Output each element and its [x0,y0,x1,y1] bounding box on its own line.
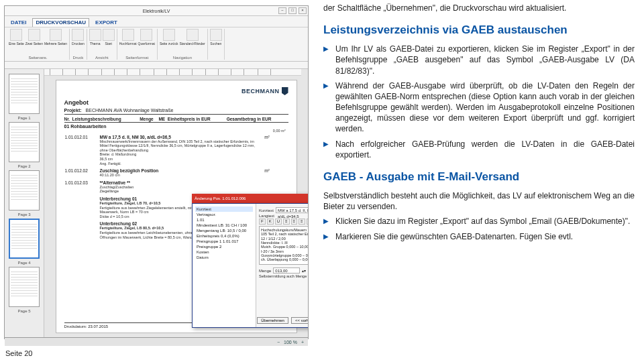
pos-unit: m² [264,167,270,179]
bullet-item: Während der GAEB-Ausgabe wird überprüft,… [323,80,635,135]
th-menge: Menge [140,116,158,123]
bold-button[interactable]: F [259,219,266,225]
thumbnail-column: Page 1 Page 2 Page 3 Page 4 Page 5 [5,69,44,337]
section-amount: 0,00 m² [64,129,288,133]
stepper-icon[interactable]: ▴▾ [302,268,306,273]
sidebar-item[interactable]: Mengentang LB: 10,5 / 0,00 [195,228,253,233]
kurztext-field[interactable]: MW a 17,5 d. II, NM 30, a/dL d=34,5 [276,207,308,213]
ribbon-group-ansicht: Thema Start Ansicht [87,29,117,60]
thumbnail-label: Page 2 [6,164,42,168]
icon-landscape[interactable]: Querformat [138,29,155,46]
brand-logo: BECHMANN [241,87,288,95]
pos-sub: Ziegellänge [100,189,262,194]
dialog-buttons: Übernehmen << vorh. Abbrechen [257,317,308,324]
thumbnail-label: Page 5 [6,309,42,313]
icon-multi-page[interactable]: Mehrere Seiten [44,29,67,46]
pos-m1: Breite: d. Maßordnung [100,152,262,157]
sidebar-item[interactable]: Kosten [195,249,253,255]
edit-dialog: Kurztext Vertragsor. 1.01 Mindesttext LB… [192,203,308,328]
icon-one-page[interactable]: Eine Seite [9,29,24,46]
menge-field[interactable]: 013,00 [273,267,300,274]
prev-button[interactable]: << vorh. [291,317,308,324]
align-button[interactable]: ≡ [283,219,290,225]
maximize-button[interactable]: □ [288,7,297,14]
icon-portrait[interactable]: Hochformat [119,29,137,46]
project-label: Projekt: [64,108,82,113]
pos-nr: 1.01.012.02 [64,167,99,179]
sidebar-item[interactable]: Preisgruppe 2 [195,244,253,249]
instruction-text: der Schaltfläche „Übernehmen", die Druck… [323,3,635,247]
search-button[interactable]: Suchen [210,29,222,46]
bullet-item: Nach erfolgreicher GAEB-Prüfung werden d… [323,139,635,160]
tab-file[interactable]: DATEI [7,18,30,27]
sidebar-item[interactable]: Kurztext [195,206,253,212]
icon-theme[interactable]: Thema [89,29,101,46]
tab-druckvorschau[interactable]: DRUCKVORSCHAU [32,18,89,27]
th-me: ME [158,116,167,123]
icon-start[interactable]: Start [103,29,115,46]
th-ep: Einheitspreis in EUR [168,116,227,123]
zoom-in-icon[interactable]: + [301,340,304,345]
bullet-item: Um Ihr LV als GAEB-Datei zu exportieren,… [323,44,635,76]
thumbnail[interactable] [9,219,40,259]
paragraph-email: Selbstverständlich besteht auch die Mögl… [323,190,635,212]
page-number: Seite 20 [5,349,32,357]
align-button[interactable]: ≡ [299,219,305,225]
ribbon-group-label: Seitenformat [119,56,155,60]
titlebar-text: Elektronik/LV [143,9,170,13]
pos-desc: Zuschlag/Zuschalten [100,185,262,190]
dialog-titlebar[interactable]: Änderung Pos. 1.01.012.006 − × [192,194,308,203]
thumbnail[interactable] [9,267,40,307]
thumbnail[interactable] [9,74,40,114]
thumbnail[interactable] [9,170,40,211]
align-button[interactable]: ≡ [291,219,298,225]
pos-text: MW a 17,5 d. II, NM 30, a/dL d=36,5 [100,135,262,139]
thumbnail[interactable] [9,122,40,162]
italic-button[interactable]: K [267,219,274,225]
heading-gaeb-email: GAEB - Ausgabe mit E-Mail-Versand [323,170,635,185]
pos-nr: 1.01.012.03 [64,179,99,195]
titlebar: Elektronik/LV − □ × [5,6,308,16]
document-area: BECHMANN Angebot Projekt: BECHMANN AVA W… [44,69,308,337]
ribbon-group-navigation: Seite zurück Standard-Ränder Navigation [158,29,208,60]
apply-button[interactable]: Übernehmen [257,317,288,324]
icon-prev-page[interactable]: Seite zurück [160,29,178,46]
print-preview-window: Elektronik/LV − □ × DATEI DRUCKVORSCHAU … [4,5,309,339]
pos-text: Zuschlag bezüglich Position [100,168,262,173]
doc-section: 01 Rohbauarbeiten [64,124,288,129]
doc-footer-left: Druckdatum: 23.07.2015 [64,324,109,328]
ribbon-group-label: Druck [72,56,85,60]
th-nr: Nr. [64,116,72,123]
icon-two-page[interactable]: Zwei Seiten [25,29,43,46]
minimize-button[interactable]: − [278,7,286,14]
sidebar-item[interactable]: Datum [195,255,253,260]
sidebar-item[interactable]: Einheitspreis 0,4 (0,0%) [195,233,253,239]
quickbar [5,62,308,69]
ribbon: Eine Seite Zwei Seiten Mehrere Seiten Se… [5,27,308,62]
sidebar-item[interactable]: Mindesttext LB: 31 CH / 100 [195,223,253,228]
menge-note: Selbstermittlung auch Menge vorh. [259,274,308,279]
langtext-area[interactable]: Hochschulungskurs/Mauern der Außenwand, … [259,226,308,265]
th-gb: Gesamtbetrag in EUR [227,116,288,123]
num-1[interactable]: 1 [307,219,308,225]
ribbon-group-label: Ansicht [89,56,115,60]
print-button[interactable]: Drucken [72,29,85,46]
menge-label: Menge [259,269,271,273]
kurztext-label: Kurztext [259,208,274,213]
bullet-list-2: Klicken Sie dazu im Register „Export" au… [323,216,635,241]
window-controls: − □ × [278,7,307,14]
pos-text: **Alternative ** [100,180,262,185]
zoom-out-icon[interactable]: − [277,340,280,345]
sidebar-item[interactable]: 1.01 [195,217,253,223]
pos-m3: Ang. Fertigkl. [100,162,262,166]
sidebar-item[interactable]: Preisgruppe 1 1.01.017 [195,239,253,244]
underline-button[interactable]: U [275,219,282,225]
dialog-content: Kurztext MW a 17,5 d. II, NM 30, a/dL d=… [256,204,308,327]
ribbon-group-suchen: Suchen [208,29,225,60]
dialog-title: Änderung Pos. 1.01.012.006 [195,196,246,200]
tab-export[interactable]: EXPORT [92,18,121,27]
close-button[interactable]: × [299,7,307,14]
icon-margins[interactable]: Standard-Ränder [179,29,205,46]
sidebar-item[interactable]: Vertragsor. [195,212,253,217]
ribbon-group-seitenformat: Hochformat Querformat Seitenformat [117,29,158,60]
